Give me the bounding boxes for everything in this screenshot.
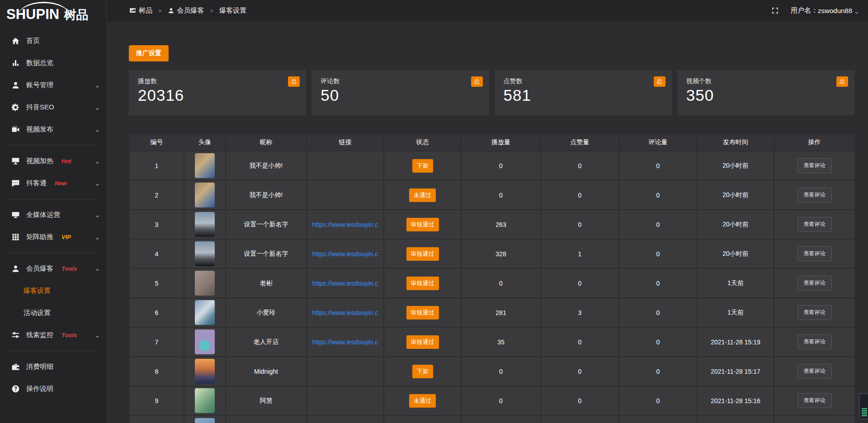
stat-card-label: 视频个数 — [686, 77, 845, 85]
sidebar-item-消费明细[interactable]: 消费明细 — [0, 356, 106, 378]
sidebar-item-label: 数据总览 — [26, 59, 53, 67]
sidebar-item-视频加热[interactable]: 视频加热Hot — [0, 150, 106, 172]
brand-logo[interactable]: SHUPIN 树品 — [0, 0, 106, 26]
cell-link[interactable]: https://www.iesdouyin.c — [307, 327, 384, 357]
cell-avatar — [184, 298, 226, 327]
view-comments-button[interactable]: 查看评论 — [797, 334, 832, 349]
cell-link[interactable]: https://www.iesdouyin.c — [307, 268, 384, 298]
cell-likes: 0 — [541, 357, 619, 386]
cell-id: 2 — [129, 180, 184, 210]
cell-action: 查看评论 — [774, 210, 855, 239]
view-comments-button[interactable]: 查看评论 — [797, 188, 832, 202]
sidebar-subitem-爆客设置[interactable]: 爆客设置 — [0, 280, 106, 302]
cell-status: 未通过 — [384, 386, 461, 415]
avatar-image — [195, 418, 215, 423]
sidebar-item-label: 视频加热 — [26, 157, 53, 165]
sidebar-item-首页[interactable]: 首页 — [0, 30, 106, 52]
view-comments-button[interactable]: 查看评论 — [797, 276, 832, 291]
status-badge: 审核通过 — [406, 218, 439, 231]
cell-id: 5 — [129, 268, 184, 298]
total-badge: 总 — [836, 76, 848, 87]
breadcrumb-label: 树品 — [139, 6, 152, 15]
cell-id: 1 — [129, 151, 184, 180]
column-header-链接: 链接 — [307, 134, 384, 151]
sidebar-item-会员爆客[interactable]: 会员爆客Tools — [0, 258, 106, 280]
sidebar-item-抖客通[interactable]: 抖客通New — [0, 172, 106, 194]
avatar-image — [195, 300, 215, 325]
user-menu[interactable]: 用户名： zswodun88 — [791, 6, 859, 15]
sidebar-item-矩阵助推[interactable]: 矩阵助推VIP — [0, 226, 106, 248]
home-icon — [11, 37, 20, 45]
sidebar-item-label: 抖客通 — [26, 179, 47, 188]
cell-avatar — [184, 151, 226, 180]
cell-comments: 0 — [619, 357, 697, 386]
cell-nickname: 我不是小帅! — [226, 151, 307, 180]
cell-likes: 0 — [541, 210, 619, 239]
chat-icon — [11, 179, 20, 188]
avatar-image — [195, 183, 215, 207]
sidebar-item-抖音SEO[interactable]: 抖音SEO — [0, 96, 106, 118]
chevron-down-icon — [95, 159, 100, 164]
sidebar-item-操作说明[interactable]: 操作说明 — [0, 378, 106, 400]
cell-comments: 0 — [619, 180, 697, 210]
cell-status: 审核通过 — [384, 239, 461, 268]
chevron-down-icon — [854, 9, 859, 13]
cell-link — [307, 180, 384, 210]
cell-avatar — [184, 357, 226, 386]
avatar-image — [195, 153, 215, 178]
cell-plays: 0 — [461, 151, 541, 180]
cell-link[interactable]: https://www.iesdouyin.c — [307, 298, 384, 327]
sidebar-item-账号管理[interactable]: 账号管理 — [0, 74, 106, 96]
view-comments-button[interactable]: 查看评论 — [797, 217, 832, 232]
view-comments-button[interactable]: 查看评论 — [797, 246, 832, 261]
topbar-right: 用户名： zswodun88 — [771, 6, 859, 15]
breadcrumb-item-树品[interactable]: 树品 — [129, 6, 152, 15]
username-value: zswodun88 — [818, 7, 852, 14]
cell-plays: 0 — [461, 268, 541, 298]
breadcrumb-label: 会员爆客 — [177, 6, 204, 15]
cell-plays: 263 — [461, 210, 541, 239]
sidebar-subitem-活动设置[interactable]: 活动设置 — [0, 302, 106, 324]
cell-time: 2021-11-28 15:17 — [697, 357, 774, 386]
status-badge: 下架 — [412, 365, 433, 378]
column-header-点赞量: 点赞量 — [541, 134, 619, 151]
sidebar-item-数据总览[interactable]: 数据总览 — [0, 52, 106, 74]
sidebar-item-视频发布[interactable]: 视频发布 — [0, 118, 106, 141]
promotion-settings-button[interactable]: 推广设置 — [129, 45, 169, 61]
sidebar-item-线索监控[interactable]: 线索监控Tools — [0, 324, 106, 346]
dashboard-icon — [129, 7, 136, 14]
breadcrumb-item-会员爆客[interactable]: 会员爆客 — [168, 6, 204, 15]
column-header-评论量: 评论量 — [619, 134, 697, 151]
stat-card-label: 评论数 — [321, 77, 480, 85]
topbar: 树品>会员爆客>爆客设置 用户名： zswodun88 — [106, 0, 868, 21]
view-comments-button[interactable]: 查看评论 — [797, 393, 832, 408]
status-badge: 审核通过 — [406, 247, 439, 261]
sidebar-item-全媒体运营[interactable]: 全媒体运营 — [0, 204, 106, 226]
cell-link[interactable]: https://www.iesdouyin.c — [307, 210, 384, 239]
view-comments-button[interactable]: 查看评论 — [797, 158, 832, 173]
sidebar-item-badge: Hot — [61, 158, 71, 164]
cell-status: 审核通过 — [384, 210, 461, 239]
sidebar-item-label: 操作说明 — [26, 385, 53, 393]
cell-action: 查看评论 — [774, 357, 855, 386]
stat-card-播放数: 播放数20316总 — [129, 70, 306, 115]
cell-nickname: Midnight — [226, 357, 307, 386]
sidebar-item-label: 会员爆客 — [26, 264, 53, 273]
cell-status: 审核通过 — [384, 298, 461, 327]
cell-comments: 0 — [619, 268, 697, 298]
view-comments-button[interactable]: 查看评论 — [797, 364, 832, 379]
view-comments-button[interactable]: 查看评论 — [797, 305, 832, 320]
sidebar-item-badge: Tools — [61, 332, 77, 338]
cell-empty — [461, 415, 541, 423]
sidebar-submenu: 爆客设置活动设置 — [0, 280, 106, 324]
sidebar-item-label: 账号管理 — [26, 81, 53, 89]
overlay-volume-widget[interactable] — [859, 393, 868, 419]
chevron-down-icon — [95, 127, 100, 132]
cell-empty — [307, 415, 384, 423]
status-badge: 未通过 — [409, 188, 436, 202]
fullscreen-icon[interactable] — [771, 7, 779, 14]
table-row: 1我不是小帅!下架00020小时前查看评论 — [129, 151, 855, 180]
cell-id: 4 — [129, 239, 184, 268]
cell-status: 下架 — [384, 357, 461, 386]
cell-link[interactable]: https://www.iesdouyin.c — [307, 239, 384, 268]
